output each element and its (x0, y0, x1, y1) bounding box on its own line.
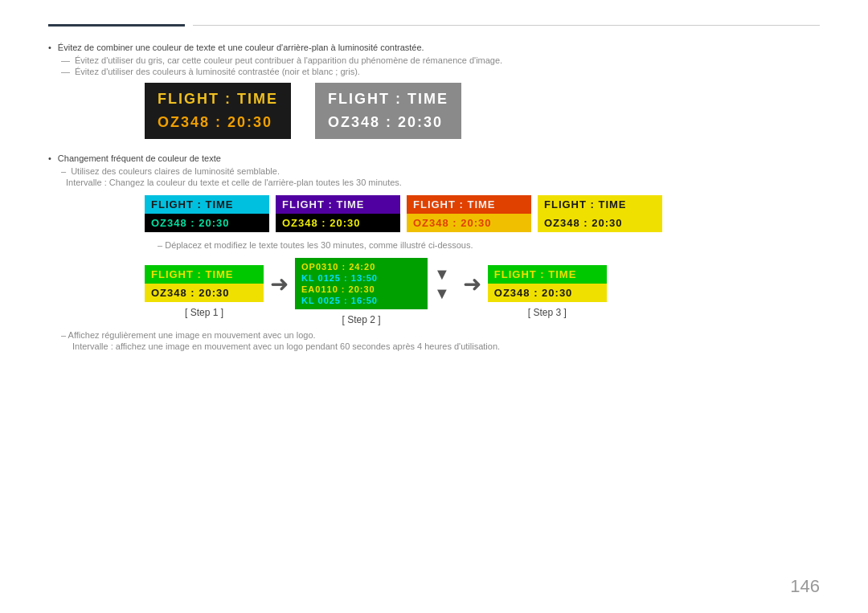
dash-text-2: Évitez d'utiliser des couleurs à luminos… (75, 67, 360, 76)
step3-block: FLIGHT : TIME OZ348 : 20:30 [ Step 3 ] (488, 265, 607, 318)
step1-card: FLIGHT : TIME OZ348 : 20:30 (145, 265, 264, 302)
flight-card-gray: FLIGHT : TIME OZ348 : 20:30 (315, 83, 461, 139)
step2-label: [ Step 2 ] (342, 314, 380, 325)
flight-card-gray-row1: FLIGHT : TIME (323, 88, 453, 111)
step3-label: [ Step 3 ] (528, 307, 567, 318)
bottom-note-text-1: Affichez régulièrement une image en mouv… (68, 330, 316, 340)
bottom-notes: – Affichez régulièrement une image en mo… (48, 330, 820, 351)
step3-card: FLIGHT : TIME OZ348 : 20:30 (488, 265, 607, 302)
dash-between-text: – Déplacez et modifiez le texte toutes l… (48, 240, 820, 250)
dash-item-2: — Évitez d'utiliser des couleurs à lumin… (48, 67, 820, 76)
bullet-section-1: • Évitez de combiner une couleur de text… (48, 43, 820, 76)
small-card-3: FLIGHT : TIME OZ348 : 20:30 (407, 195, 531, 232)
sub-dash-item-1: – Utilisez des couleurs claires de lumin… (48, 166, 820, 176)
flight-card-black-row2: OZ348 : 20:30 (153, 111, 283, 134)
small-card-1: FLIGHT : TIME OZ348 : 20:30 (145, 195, 269, 232)
sub-dash-marker-1: – (61, 166, 66, 176)
arrow-down-group: ▼ ▼ (434, 264, 450, 303)
sc4-row2: OZ348 : 20:30 (538, 214, 662, 232)
large-displays: FLIGHT : TIME OZ348 : 20:30 FLIGHT : TIM… (48, 83, 820, 139)
step1-row1: FLIGHT : TIME (145, 265, 264, 284)
dash-between-content: Déplacez et modifiez le texte toutes les… (165, 240, 473, 250)
small-card-4: FLIGHT : TIME OZ348 : 20:30 (538, 195, 662, 232)
sub-dash-text-2: Intervalle : Changez la couleur du texte… (66, 178, 402, 187)
step2-row3: EA0110 : 20:30 (301, 284, 421, 295)
sc1-row1: FLIGHT : TIME (145, 195, 269, 214)
page-container: • Évitez de combiner une couleur de text… (0, 0, 868, 613)
sub-dash-item-2: Intervalle : Changez la couleur du texte… (48, 178, 820, 187)
flight-card-black: FLIGHT : TIME OZ348 : 20:30 (145, 83, 291, 139)
arrow-down-1: ▼ (434, 264, 450, 284)
dash-between-marker: – (158, 240, 165, 250)
sc3-row2: OZ348 : 20:30 (407, 214, 531, 232)
step3-row1: FLIGHT : TIME (488, 265, 607, 284)
step2-display: OP0310 : 24:20 KL 0125 : 13:50 EA0110 : … (295, 258, 428, 309)
top-lines (48, 24, 820, 27)
step2-row2: KL 0125 : 13:50 (301, 272, 421, 284)
arrow-right-1: ➜ (270, 271, 289, 297)
bottom-dash-marker-1: – (61, 330, 68, 340)
sub-bullet-marker: • (48, 153, 51, 163)
step1-block: FLIGHT : TIME OZ348 : 20:30 [ Step 1 ] (145, 265, 264, 318)
steps-section: FLIGHT : TIME OZ348 : 20:30 [ Step 1 ] ➜… (48, 258, 820, 325)
sub-bullet-section: • Changement fréquent de couleur de text… (48, 153, 820, 187)
page-number: 146 (790, 576, 820, 597)
sc2-row1: FLIGHT : TIME (276, 195, 400, 214)
top-line-dark (48, 24, 185, 27)
sub-dash-text-1: Utilisez des couleurs claires de luminos… (71, 166, 280, 176)
sc2-row2: OZ348 : 20:30 (276, 214, 400, 232)
top-line-light (193, 25, 820, 26)
small-card-2: FLIGHT : TIME OZ348 : 20:30 (276, 195, 400, 232)
dash-item-1: — Évitez d'utiliser du gris, car cette c… (48, 55, 820, 65)
bullet-item-1: • Évitez de combiner une couleur de text… (48, 43, 820, 52)
small-cards-row: FLIGHT : TIME OZ348 : 20:30 FLIGHT : TIM… (48, 195, 820, 232)
sc1-row2: OZ348 : 20:30 (145, 214, 269, 232)
bottom-note-text-2: Intervalle : affichez une image en mouve… (72, 341, 500, 351)
flight-card-gray-row2: OZ348 : 20:30 (323, 111, 453, 134)
bullet-text-1: Évitez de combiner une couleur de texte … (58, 43, 424, 52)
sc3-row1: FLIGHT : TIME (407, 195, 531, 214)
step2-row1: OP0310 : 24:20 (301, 261, 421, 272)
dash-marker-1: — (61, 55, 70, 65)
bottom-note-2: Intervalle : affichez une image en mouve… (61, 341, 820, 351)
arrow-right-2: ➜ (463, 271, 481, 297)
bullet-marker-1: • (48, 43, 51, 52)
bottom-note-1: – Affichez régulièrement une image en mo… (61, 330, 820, 340)
sub-bullet-item-1: • Changement fréquent de couleur de text… (48, 153, 820, 163)
sub-bullet-text-1: Changement fréquent de couleur de texte (58, 153, 221, 163)
step1-label: [ Step 1 ] (185, 307, 223, 318)
flight-card-black-row1: FLIGHT : TIME (153, 88, 283, 111)
step2-row4: KL 0025 : 16:50 (301, 295, 421, 306)
dash-text-1: Évitez d'utiliser du gris, car cette cou… (75, 55, 502, 65)
step1-row2: OZ348 : 20:30 (145, 284, 264, 302)
sc4-row1: FLIGHT : TIME (538, 195, 662, 214)
step3-row2: OZ348 : 20:30 (488, 284, 607, 302)
arrow-down-2: ▼ (434, 284, 450, 303)
step2-block: OP0310 : 24:20 KL 0125 : 13:50 EA0110 : … (295, 258, 428, 325)
dash-marker-2: — (61, 67, 70, 76)
